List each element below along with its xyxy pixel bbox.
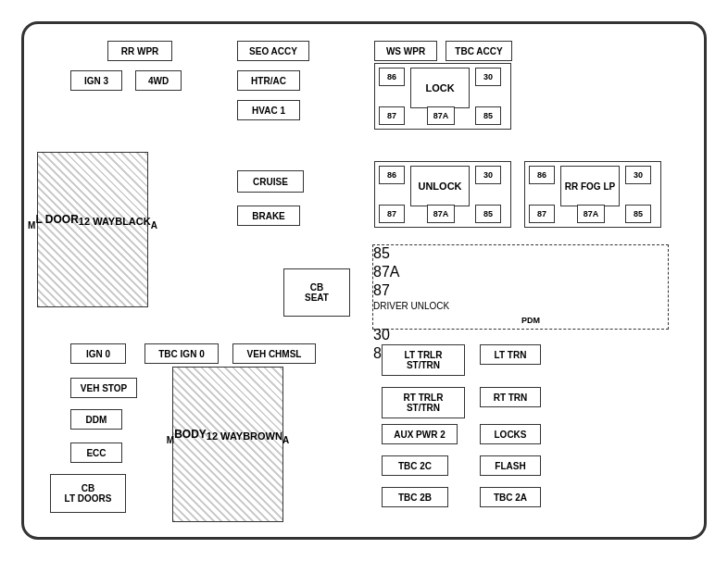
lock-label: LOCK (410, 68, 470, 108)
ign0: IGN 0 (70, 343, 126, 364)
pdm-group: 85 87A 87 DRIVER UNLOCK 30 86 PDM (372, 244, 669, 330)
locks: LOCKS (480, 424, 541, 444)
cruise: CRUISE (237, 170, 304, 193)
unlock-label: UNLOCK (410, 166, 470, 206)
l-door-a: A (151, 220, 157, 239)
tbc-2c: TBC 2C (382, 455, 448, 476)
flash: FLASH (480, 455, 541, 476)
ddm: DDM (70, 409, 122, 430)
lock-85: 85 (475, 106, 501, 125)
unlock-86: 86 (379, 166, 405, 184)
driver-unlock-87: 87 (373, 282, 399, 301)
pdm-label: PDM (521, 316, 540, 325)
lt-trn: LT TRN (480, 344, 541, 365)
lt-trlr-st-trn: LT TRLR ST/TRN (382, 344, 465, 376)
tbc-2a: TBC 2A (480, 487, 541, 507)
driver-unlock-label: DRIVER UNLOCK (373, 301, 503, 327)
l-door-group: M L DOOR 12 WAY BLACK A (37, 152, 148, 307)
rr-wpr: RR WPR (107, 41, 172, 61)
veh-chmsl: VEH CHMSL (232, 343, 316, 364)
cb-seat: CB SEAT (283, 268, 350, 317)
body-12way: 12 WAY (207, 430, 243, 458)
rr-fog-86: 86 (529, 166, 555, 184)
body-group: M BODY 12 WAY BROWN A (172, 367, 283, 522)
lock-relay-group: 86 30 LOCK 87 87A 85 (374, 63, 511, 130)
veh-stop: VEH STOP (70, 378, 137, 398)
seo-accy: SEO ACCY (237, 41, 309, 61)
lock-87: 87 (379, 106, 405, 125)
rr-fog-30: 30 (625, 166, 651, 184)
hvac1: HVAC 1 (237, 100, 300, 120)
cb-lt-doors: CB LT DOORS (50, 474, 126, 513)
driver-unlock-87a: 87A (373, 264, 403, 282)
l-door-label: L DOOR (35, 213, 78, 246)
l-door-12way: 12 WAY (79, 216, 115, 243)
body-brown: BROWN (243, 430, 282, 458)
l-door-m: M (28, 220, 35, 239)
brake: BRAKE (237, 206, 300, 226)
unlock-87a: 87A (427, 205, 455, 223)
rt-trlr-st-trn: RT TRLR ST/TRN (382, 387, 465, 418)
fuse-diagram: RR WPR SEO ACCY WS WPR TBC ACCY IGN 3 4W… (21, 21, 707, 540)
unlock-85: 85 (475, 205, 501, 223)
body-m: M (167, 435, 174, 454)
unlock-87: 87 (379, 205, 405, 223)
l-door-black: BLACK (115, 216, 151, 243)
rr-fog-85: 85 (625, 205, 651, 223)
rt-trn: RT TRN (480, 387, 541, 407)
ecc: ECC (70, 443, 122, 463)
rr-fog-lp-label: RR FOG LP (560, 166, 620, 206)
aux-pwr2: AUX PWR 2 (382, 424, 458, 444)
4wd: 4WD (135, 70, 182, 91)
ign3: IGN 3 (70, 70, 122, 91)
lock-86: 86 (379, 68, 405, 86)
htr-ac: HTR/AC (237, 70, 300, 91)
tbc-accy: TBC ACCY (446, 41, 512, 61)
lock-87a: 87A (427, 106, 455, 125)
driver-unlock-85: 85 (373, 245, 399, 264)
driver-unlock-30: 30 (373, 327, 399, 345)
ws-wpr: WS WPR (374, 41, 437, 61)
unlock-30: 30 (475, 166, 501, 184)
rr-fog-87: 87 (529, 205, 555, 223)
tbc-ign0: TBC IGN 0 (144, 343, 219, 364)
rr-fog-lp-relay-group: 86 30 RR FOG LP 87 87A 85 (524, 161, 661, 228)
tbc-2b: TBC 2B (382, 487, 448, 507)
lock-30: 30 (475, 68, 501, 86)
rr-fog-87a: 87A (577, 205, 605, 223)
body-a: A (282, 435, 289, 454)
body-label: BODY (174, 428, 207, 461)
unlock-relay-group: 86 30 UNLOCK 87 87A 85 (374, 161, 511, 228)
